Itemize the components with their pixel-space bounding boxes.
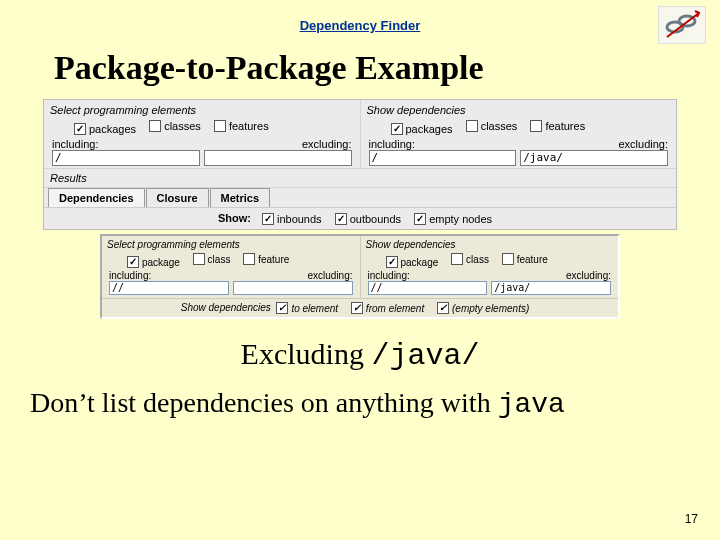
p1-show-line: Show: inbounds outbounds empty nodes <box>44 207 676 229</box>
p1-left-classes-checkbox[interactable]: classes <box>149 120 201 132</box>
p2-right-including-label: including: <box>368 270 410 281</box>
p2-right-excluding-input[interactable]: /java/ <box>491 281 611 295</box>
p1-right-excluding-label: excluding: <box>618 138 668 150</box>
body-pre: Don’t list dependencies on anything with <box>30 387 498 418</box>
p2-left-class-label: class <box>208 254 231 265</box>
p1-left-features-checkbox[interactable]: features <box>214 120 269 132</box>
header-link[interactable]: Dependency Finder <box>0 0 720 33</box>
subtitle: Excluding /java/ <box>0 337 720 373</box>
p2-left-including-input[interactable]: // <box>109 281 229 295</box>
p1-results-label: Results <box>44 168 676 187</box>
logo <box>658 6 706 44</box>
page-number: 17 <box>685 512 698 526</box>
p1-right-packages-checkbox[interactable]: packages <box>391 123 453 135</box>
p1-right-classes-label: classes <box>481 120 518 132</box>
p1-left-packages-checkbox[interactable]: packages <box>74 123 136 135</box>
p2-right-feature-label: feature <box>517 254 548 265</box>
p1-outbounds-label: outbounds <box>350 213 401 225</box>
p1-left-section: Select programming elements <box>50 104 354 116</box>
p2-show-label: Show dependencies <box>181 302 271 313</box>
p1-right-excluding-input[interactable]: /java/ <box>520 150 668 166</box>
chain-icon <box>661 9 703 41</box>
p1-left-including-input[interactable]: / <box>52 150 200 166</box>
p2-fromelement-label: from element <box>366 303 424 314</box>
p2-left-class-checkbox[interactable]: class <box>193 253 231 265</box>
p1-left-including-label: including: <box>52 138 98 150</box>
p1-left-classes-label: classes <box>164 120 201 132</box>
p2-show-line: Show dependencies to element from elemen… <box>102 298 618 317</box>
p1-inbounds-checkbox[interactable]: inbounds <box>262 213 322 225</box>
p2-right-section: Show dependencies <box>366 239 614 250</box>
p1-tab-metrics[interactable]: Metrics <box>210 188 271 207</box>
p2-right-package-label: package <box>401 257 439 268</box>
p2-right-class-label: class <box>466 254 489 265</box>
body-text: Don’t list dependencies on anything with… <box>0 373 720 420</box>
filter-panel-modern: Select programming elements packages cla… <box>43 99 677 230</box>
p1-right-including-label: including: <box>369 138 415 150</box>
p2-right-excluding-label: excluding: <box>566 270 611 281</box>
p2-fromelement-checkbox[interactable]: from element <box>351 302 424 314</box>
p1-left-features-label: features <box>229 120 269 132</box>
p1-right-packages-label: packages <box>406 123 453 135</box>
subtitle-pre: Excluding <box>241 337 372 370</box>
p1-emptynodes-label: empty nodes <box>429 213 492 225</box>
p2-left-package-checkbox[interactable]: package <box>127 256 180 268</box>
p1-left-excluding-label: excluding: <box>302 138 352 150</box>
p1-tabs: Dependencies Closure Metrics <box>44 187 676 207</box>
p1-outbounds-checkbox[interactable]: outbounds <box>335 213 401 225</box>
p2-right-feature-checkbox[interactable]: feature <box>502 253 548 265</box>
p1-inbounds-label: inbounds <box>277 213 322 225</box>
filter-panel-classic: Select programming elements package clas… <box>100 234 620 319</box>
p2-toelement-checkbox[interactable]: to element <box>276 302 338 314</box>
p1-right-including-input[interactable]: / <box>369 150 517 166</box>
p1-tab-closure[interactable]: Closure <box>146 188 209 207</box>
p1-right-classes-checkbox[interactable]: classes <box>466 120 518 132</box>
p2-left-feature-checkbox[interactable]: feature <box>243 253 289 265</box>
p1-tab-dependencies[interactable]: Dependencies <box>48 188 145 207</box>
p1-show-label: Show: <box>218 212 251 224</box>
p2-left-package-label: package <box>142 257 180 268</box>
body-mono: java <box>498 389 565 420</box>
slide-title: Package-to-Package Example <box>0 33 720 99</box>
p2-left-feature-label: feature <box>258 254 289 265</box>
p2-left-excluding-input[interactable] <box>233 281 353 295</box>
p2-emptyelements-checkbox[interactable]: (empty elements) <box>437 302 529 314</box>
p2-right-class-checkbox[interactable]: class <box>451 253 489 265</box>
p2-left-including-label: including: <box>109 270 151 281</box>
p1-right-section: Show dependencies <box>367 104 671 116</box>
p2-right-package-checkbox[interactable]: package <box>386 256 439 268</box>
p1-left-excluding-input[interactable] <box>204 150 352 166</box>
p2-toelement-label: to element <box>291 303 338 314</box>
p2-right-including-input[interactable]: // <box>368 281 488 295</box>
p1-right-features-checkbox[interactable]: features <box>530 120 585 132</box>
p1-left-packages-label: packages <box>89 123 136 135</box>
p1-emptynodes-checkbox[interactable]: empty nodes <box>414 213 492 225</box>
subtitle-mono: /java/ <box>371 339 479 373</box>
p2-emptyelements-label: (empty elements) <box>452 303 529 314</box>
p1-right-features-label: features <box>545 120 585 132</box>
p2-left-section: Select programming elements <box>107 239 355 250</box>
p2-left-excluding-label: excluding: <box>307 270 352 281</box>
